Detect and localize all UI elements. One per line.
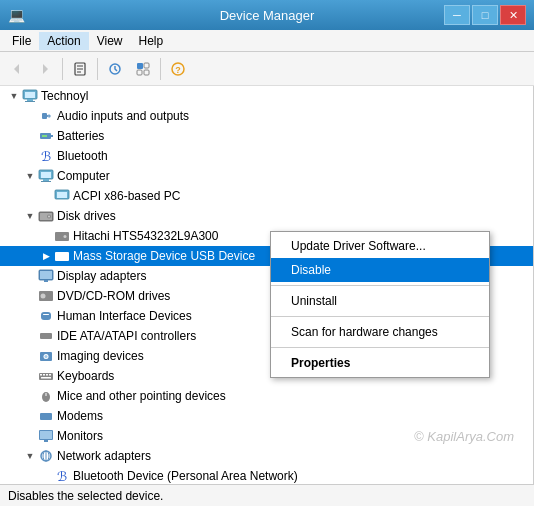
imaging-label: Imaging devices (57, 349, 144, 363)
computer-node-label: Computer (57, 169, 110, 183)
expand-modems[interactable]: ▶ (22, 408, 38, 424)
expand-diskdrives[interactable]: ▼ (22, 208, 38, 224)
title-bar: 💻 Device Manager ─ □ ✕ (0, 0, 534, 30)
tree-item-audio[interactable]: ▶ Audio inputs and outputs (0, 106, 533, 126)
svg-rect-15 (27, 99, 33, 101)
ide-icon (38, 328, 54, 344)
ctx-disable[interactable]: Disable (271, 258, 489, 282)
menu-action[interactable]: Action (39, 32, 88, 50)
menu-file[interactable]: File (4, 32, 39, 50)
toolbar-sep3 (160, 58, 161, 80)
svg-rect-24 (43, 179, 49, 181)
modems-icon (38, 408, 54, 424)
network-label: Network adapters (57, 449, 151, 463)
tree-item-computer[interactable]: ▼ Computer (0, 166, 533, 186)
toolbar-update-button[interactable] (102, 56, 128, 82)
ctx-properties[interactable]: Properties (271, 351, 489, 375)
expand-dvd[interactable]: ▶ (22, 288, 38, 304)
minimize-button[interactable]: ─ (444, 5, 470, 25)
tree-item-bluetooth[interactable]: ▶ ℬ Bluetooth (0, 146, 533, 166)
svg-rect-16 (25, 101, 35, 102)
keyboards-icon (38, 368, 54, 384)
modems-label: Modems (57, 409, 103, 423)
svg-marker-1 (43, 64, 48, 74)
expand-batteries[interactable]: ▶ (22, 128, 38, 144)
diskdrives-icon (38, 208, 54, 224)
computer-node-icon (38, 168, 54, 184)
toolbar-forward-button[interactable] (32, 56, 58, 82)
expand-computer[interactable]: ▼ (22, 168, 38, 184)
batteries-label: Batteries (57, 129, 104, 143)
ide-label: IDE ATA/ATAPI controllers (57, 329, 196, 343)
menu-view[interactable]: View (89, 32, 131, 50)
computer-icon (22, 88, 38, 104)
expand-mice[interactable]: ▶ (22, 388, 38, 404)
window-title: Device Manager (220, 8, 315, 23)
svg-point-46 (45, 355, 48, 358)
svg-point-35 (64, 255, 67, 258)
expand-ide[interactable]: ▶ (22, 328, 38, 344)
svg-text:ℬ: ℬ (41, 149, 51, 164)
ctx-uninstall[interactable]: Uninstall (271, 289, 489, 313)
svg-point-40 (41, 294, 46, 299)
expand-hid[interactable]: ▶ (22, 308, 38, 324)
expand-mass[interactable]: ▶ (38, 248, 54, 264)
expand-acpi[interactable]: ▶ (38, 188, 54, 204)
menu-help[interactable]: Help (131, 32, 172, 50)
toolbar-help-button[interactable]: ? (165, 56, 191, 82)
ctx-sep1 (271, 285, 489, 286)
expand-audio[interactable]: ▶ (22, 108, 38, 124)
status-bar: Disables the selected device. (0, 484, 534, 506)
expand-network[interactable]: ▼ (22, 448, 38, 464)
svg-marker-0 (14, 64, 19, 74)
svg-rect-17 (42, 113, 47, 119)
expand-monitors[interactable]: ▶ (22, 428, 38, 444)
svg-rect-10 (144, 70, 149, 75)
tree-item-mice[interactable]: ▶ Mice and other pointing devices (0, 386, 533, 406)
tree-item-diskdrives[interactable]: ▼ Disk drives (0, 206, 533, 226)
expand-imaging[interactable]: ▶ (22, 348, 38, 364)
close-button[interactable]: ✕ (500, 5, 526, 25)
hid-icon (38, 308, 54, 324)
svg-rect-25 (41, 181, 51, 182)
toolbar-properties-button[interactable] (67, 56, 93, 82)
expand-bluetooth[interactable]: ▶ (22, 148, 38, 164)
tree-item-monitors[interactable]: ▶ Monitors (0, 426, 533, 446)
svg-text:?: ? (175, 65, 181, 75)
svg-rect-50 (46, 374, 48, 376)
toolbar-back-button[interactable] (4, 56, 30, 82)
svg-rect-38 (44, 280, 48, 282)
toolbar-scan-button[interactable] (130, 56, 156, 82)
ctx-update-driver[interactable]: Update Driver Software... (271, 234, 489, 258)
title-bar-left: 💻 (8, 7, 25, 23)
monitors-icon (38, 428, 54, 444)
tree-item-bt-pan[interactable]: ▶ ℬ Bluetooth Device (Personal Area Netw… (0, 466, 533, 484)
svg-point-31 (48, 216, 50, 218)
tree-item-network[interactable]: ▼ Network adapters (0, 446, 533, 466)
tree-item-modems[interactable]: ▶ Modems (0, 406, 533, 426)
expand-hitachi[interactable]: ▶ (38, 228, 54, 244)
svg-rect-41 (41, 312, 51, 320)
keyboards-label: Keyboards (57, 369, 114, 383)
tree-root-label: Technoyl (41, 89, 88, 103)
hitachi-label: Hitachi HTS543232L9A300 (73, 229, 218, 243)
context-menu: Update Driver Software... Disable Uninst… (270, 231, 490, 378)
svg-rect-51 (49, 374, 51, 376)
expand-root[interactable]: ▼ (6, 88, 22, 104)
ctx-sep2 (271, 316, 489, 317)
svg-rect-55 (40, 413, 52, 420)
hid-label: Human Interface Devices (57, 309, 192, 323)
expand-display[interactable]: ▶ (22, 268, 38, 284)
ctx-scan[interactable]: Scan for hardware changes (271, 320, 489, 344)
svg-rect-27 (57, 192, 67, 198)
audio-icon (38, 108, 54, 124)
svg-rect-57 (40, 431, 52, 439)
expand-keyboards[interactable]: ▶ (22, 368, 38, 384)
main-area: ▼ Technoyl ▶ Audio inputs and outputs ▶ … (0, 86, 534, 484)
tree-item-batteries[interactable]: ▶ Batteries (0, 126, 533, 146)
tree-item-acpi[interactable]: ▶ ACPI x86-based PC (0, 186, 533, 206)
expand-bt-pan[interactable]: ▶ (38, 468, 54, 484)
maximize-button[interactable]: □ (472, 5, 498, 25)
svg-rect-14 (25, 92, 35, 98)
tree-root[interactable]: ▼ Technoyl (0, 86, 533, 106)
